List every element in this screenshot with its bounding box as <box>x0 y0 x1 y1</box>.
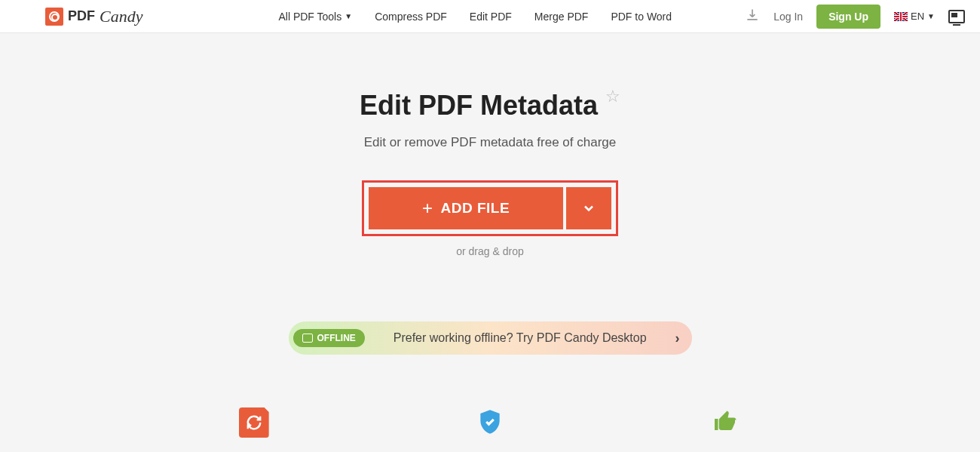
nav-edit-pdf[interactable]: Edit PDF <box>470 11 512 23</box>
nav-all-pdf-tools[interactable]: All PDF Tools ▼ <box>278 11 352 23</box>
main-content: Edit PDF Metadata ☆ Edit or remove PDF m… <box>0 33 980 438</box>
nav-label: All PDF Tools <box>278 11 341 23</box>
plus-icon: + <box>422 198 433 219</box>
caret-down-icon: ▼ <box>345 12 352 20</box>
chevron-down-icon <box>581 201 596 216</box>
nav-merge-pdf[interactable]: Merge PDF <box>534 11 589 23</box>
add-file-container: + ADD FILE <box>362 180 618 236</box>
title-row: Edit PDF Metadata ☆ <box>0 90 980 121</box>
header-right: Log In Sign Up EN ▼ <box>745 5 965 29</box>
header: PDFCandy All PDF Tools ▼ Compress PDF Ed… <box>0 0 980 33</box>
add-file-dropdown-button[interactable] <box>566 187 611 229</box>
logo-icon <box>45 8 63 26</box>
logo-text-pdf: PDF <box>68 8 95 24</box>
thumbs-up-feature-icon <box>711 407 741 438</box>
login-link[interactable]: Log In <box>773 11 803 23</box>
offline-badge: OFFLINE <box>293 329 365 347</box>
page-subtitle: Edit or remove PDF metadata free of char… <box>0 135 980 150</box>
nav-compress-pdf[interactable]: Compress PDF <box>375 11 447 23</box>
flag-icon <box>894 12 908 21</box>
offline-banner[interactable]: OFFLINE Prefer working offline? Try PDF … <box>289 321 692 355</box>
logo-text-candy: Candy <box>100 7 142 26</box>
signup-button[interactable]: Sign Up <box>816 5 880 29</box>
chevron-right-icon: › <box>675 331 680 346</box>
language-selector[interactable]: EN ▼ <box>894 11 935 22</box>
offline-text: Prefer working offline? Try PDF Candy De… <box>374 331 666 345</box>
desktop-app-icon[interactable] <box>948 10 965 23</box>
offline-badge-label: OFFLINE <box>317 333 356 343</box>
main-nav: All PDF Tools ▼ Compress PDF Edit PDF Me… <box>278 11 672 23</box>
favorite-star-icon[interactable]: ☆ <box>605 87 620 106</box>
sync-feature-icon <box>239 407 269 438</box>
shield-feature-icon <box>475 407 505 438</box>
nav-pdf-to-word[interactable]: PDF to Word <box>611 11 672 23</box>
drag-drop-text: or drag & drop <box>0 245 980 257</box>
add-file-label: ADD FILE <box>440 200 510 217</box>
feature-icons-row <box>0 407 980 438</box>
add-file-button[interactable]: + ADD FILE <box>369 187 563 229</box>
lang-code: EN <box>911 11 924 22</box>
caret-down-icon: ▼ <box>927 12 935 20</box>
page-title: Edit PDF Metadata <box>360 90 598 121</box>
logo[interactable]: PDFCandy <box>45 7 142 26</box>
monitor-icon <box>302 334 313 343</box>
download-icon[interactable] <box>745 8 760 26</box>
